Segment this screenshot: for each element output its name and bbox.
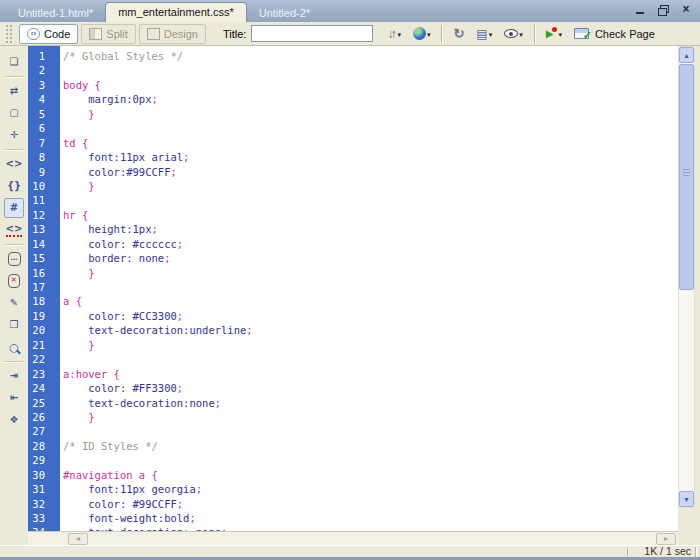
title-field-label: Title: [223, 28, 246, 40]
line-number-gutter: 1234567891011121314151617181920212223242… [28, 46, 60, 531]
vertical-scrollbar-thumb[interactable] [679, 64, 694, 290]
code-line[interactable]: a:hover { [63, 367, 678, 381]
view-options-button[interactable]: ▤ ▾ [471, 24, 497, 44]
code-editor[interactable]: /* Global Styles */body { margin:0px; }t… [60, 46, 678, 531]
line-number: 31 [28, 482, 60, 496]
code-line[interactable]: color: #FF3300; [63, 381, 678, 395]
refresh-button[interactable]: ↻ [448, 24, 469, 44]
code-line[interactable]: font:11px georgia; [63, 482, 678, 496]
coding-toolbar-separator [5, 361, 23, 362]
line-number: 4 [28, 92, 60, 106]
minimize-icon[interactable] [634, 4, 646, 16]
check-page-button[interactable]: ✓ Check Page [569, 24, 660, 44]
collapse-selection[interactable]: ▢ [4, 103, 24, 123]
line-number: 9 [28, 165, 60, 179]
code-line[interactable]: color: #CC3300; [63, 309, 678, 323]
document-title-input[interactable] [251, 25, 373, 42]
code-line[interactable]: } [63, 410, 678, 424]
code-line[interactable]: font:11px arial; [63, 150, 678, 164]
scroll-right-icon[interactable]: ▸ [656, 533, 676, 545]
tab-untitled-1-html[interactable]: Untitled-1.html* [6, 4, 105, 22]
recent-snippets[interactable]: ❐ [4, 315, 24, 335]
design-view-label: Design [164, 28, 198, 40]
code-line[interactable]: height:1px; [63, 222, 678, 236]
scroll-down-icon[interactable]: ▾ [679, 491, 694, 507]
line-number: 26 [28, 410, 60, 424]
code-line[interactable] [63, 424, 678, 438]
code-line[interactable] [63, 453, 678, 467]
globe-icon [413, 27, 426, 40]
toolbar-grip-handle[interactable] [6, 25, 12, 43]
split-view-button[interactable]: Split [81, 24, 135, 44]
move-or-convert-css-icon: ○ [9, 342, 19, 353]
tab-untitled-2[interactable]: Untitled-2* [247, 4, 322, 22]
code-line[interactable]: color:#99CCFF; [63, 165, 678, 179]
code-view-button[interactable]: ‹› Code [19, 24, 78, 44]
balance-braces-icon: {} [7, 181, 21, 191]
code-line[interactable]: a { [63, 294, 678, 308]
highlight-invalid-code[interactable]: <> [4, 220, 24, 240]
line-number: 20 [28, 323, 60, 337]
line-numbers[interactable]: # [4, 198, 24, 218]
horizontal-scrollbar[interactable]: ◂ ▸ [28, 531, 678, 545]
code-line[interactable]: border: none; [63, 251, 678, 265]
code-line[interactable]: margin:0px; [63, 92, 678, 106]
code-line[interactable]: text-decoration:underline; [63, 323, 678, 337]
scroll-left-icon[interactable]: ◂ [68, 533, 88, 545]
balance-braces[interactable]: {} [4, 176, 24, 196]
validate-markup-button[interactable]: ▶ ▾ [541, 24, 567, 44]
restore-icon[interactable] [657, 4, 669, 16]
line-number: 33 [28, 511, 60, 525]
line-number: 32 [28, 497, 60, 511]
code-line[interactable]: color: #cccccc; [63, 237, 678, 251]
line-number: 16 [28, 266, 60, 280]
code-line[interactable]: color: #99CCFF; [63, 497, 678, 511]
apply-comment[interactable]: … [4, 249, 24, 269]
code-line[interactable] [63, 280, 678, 294]
move-or-convert-css[interactable]: ○ [4, 337, 24, 357]
status-separator [627, 547, 628, 557]
code-line[interactable]: } [63, 266, 678, 280]
select-parent-tag[interactable]: <> [4, 154, 24, 174]
file-management-button[interactable]: ↓ ↑ ▾ [382, 24, 406, 44]
visual-aids-button[interactable]: ▾ [499, 24, 528, 44]
code-line[interactable]: td { [63, 136, 678, 150]
design-view-button[interactable]: Design [139, 24, 206, 44]
code-line[interactable]: /* Global Styles */ [63, 49, 678, 63]
eye-icon [504, 29, 518, 38]
validate-badge-icon [552, 27, 557, 32]
code-line[interactable] [63, 63, 678, 77]
remove-comment[interactable]: ✕ [4, 271, 24, 291]
code-line[interactable]: } [63, 338, 678, 352]
tab-mm-entertainment-css[interactable]: mm_entertainment.css* [105, 2, 247, 22]
open-documents[interactable]: ❏ [4, 52, 24, 72]
code-line[interactable] [63, 193, 678, 207]
code-line[interactable]: text-decoration:none; [63, 396, 678, 410]
code-line[interactable]: } [63, 107, 678, 121]
indent-code[interactable]: ⇥ [4, 366, 24, 386]
code-line[interactable]: hr { [63, 208, 678, 222]
format-source-code[interactable]: ❖ [4, 410, 24, 430]
expand-all-icon: ✛ [10, 130, 18, 140]
code-line[interactable] [63, 352, 678, 366]
refresh-icon: ↻ [453, 26, 464, 41]
select-parent-tag-icon: <> [6, 159, 23, 169]
code-line[interactable]: #navigation a { [63, 468, 678, 482]
outdent-code[interactable]: ⇤ [4, 388, 24, 408]
vertical-scrollbar[interactable]: ▴ ▾ [678, 46, 695, 508]
status-bar: 1K / 1 sec [0, 545, 700, 557]
wrap-tag[interactable]: ✎ [4, 293, 24, 313]
collapse-selection-icon: ▢ [9, 108, 18, 118]
code-line[interactable]: /* ID Styles */ [63, 439, 678, 453]
collapse-full-tag[interactable]: ⇄ [4, 81, 24, 101]
code-line[interactable]: font-weight:bold; [63, 511, 678, 525]
code-line[interactable] [63, 121, 678, 135]
preview-in-browser-button[interactable]: ▾ [408, 24, 436, 44]
line-number: 29 [28, 453, 60, 467]
expand-all[interactable]: ✛ [4, 125, 24, 145]
scroll-up-icon[interactable]: ▴ [679, 47, 694, 63]
code-line[interactable]: body { [63, 78, 678, 92]
dreamweaver-window: Untitled-1.html* mm_entertainment.css* U… [0, 0, 700, 560]
close-icon[interactable]: × [680, 4, 692, 16]
code-line[interactable]: } [63, 179, 678, 193]
